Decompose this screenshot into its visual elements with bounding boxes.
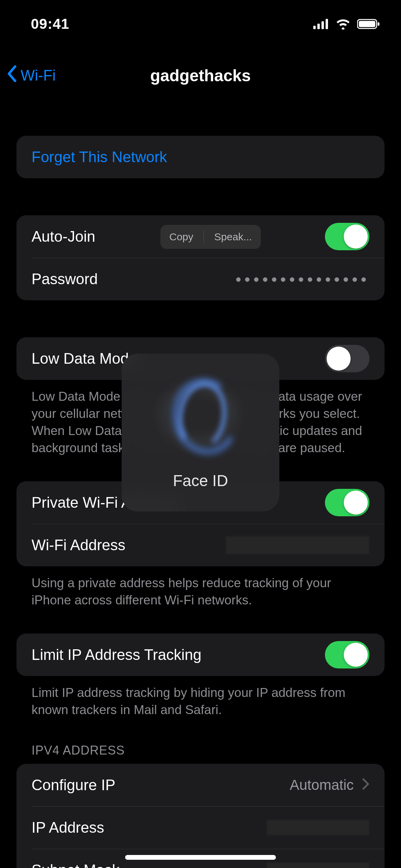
nav-bar: Wi-Fi gadgethacks bbox=[0, 55, 401, 96]
limit-ip-toggle[interactable] bbox=[325, 641, 369, 668]
home-indicator[interactable] bbox=[125, 855, 276, 860]
face-id-label: Face ID bbox=[173, 471, 228, 490]
private-wifi-footer: Using a private address helps reduce tra… bbox=[16, 566, 385, 609]
context-menu-copy[interactable]: Copy bbox=[169, 231, 193, 243]
status-icons bbox=[313, 19, 380, 29]
row-ip-address: IP Address bbox=[16, 806, 385, 849]
subnet-mask-label: Subnet Mask bbox=[32, 861, 267, 868]
context-menu: Copy Speak... bbox=[160, 225, 261, 249]
wifi-icon bbox=[335, 19, 351, 29]
low-data-toggle[interactable] bbox=[325, 345, 369, 372]
battery-icon bbox=[357, 19, 380, 29]
configure-ip-label: Configure IP bbox=[32, 776, 290, 794]
configure-ip-value: Automatic bbox=[290, 777, 354, 793]
svg-rect-6 bbox=[378, 22, 379, 26]
svg-rect-5 bbox=[359, 21, 375, 27]
ipv4-header: IPV4 ADDRESS bbox=[16, 743, 385, 764]
private-wifi-toggle[interactable] bbox=[325, 489, 369, 516]
forget-network-button[interactable]: Forget This Network bbox=[16, 136, 385, 178]
svg-rect-2 bbox=[321, 21, 324, 29]
auto-join-toggle[interactable] bbox=[325, 223, 369, 250]
divider bbox=[204, 230, 204, 244]
status-time: 09:41 bbox=[31, 16, 69, 32]
svg-rect-3 bbox=[326, 19, 328, 29]
row-limit-ip-tracking: Limit IP Address Tracking bbox=[16, 634, 385, 676]
chevron-right-icon bbox=[362, 776, 369, 794]
row-configure-ip[interactable]: Configure IP Automatic bbox=[16, 764, 385, 806]
group-join: Auto-Join Password ●●●●●●●●●●●●●●● Copy … bbox=[16, 215, 385, 300]
cellular-icon bbox=[313, 19, 329, 29]
group-forget: Forget This Network bbox=[16, 136, 385, 178]
row-password[interactable]: Password ●●●●●●●●●●●●●●● bbox=[16, 258, 385, 300]
ip-address-label: IP Address bbox=[32, 819, 267, 836]
ip-address-value-redacted bbox=[267, 820, 369, 835]
password-mask: ●●●●●●●●●●●●●●● bbox=[235, 273, 369, 285]
forget-network-label: Forget This Network bbox=[32, 148, 369, 166]
limit-ip-label: Limit IP Address Tracking bbox=[32, 646, 325, 663]
wifi-address-label: Wi-Fi Address bbox=[32, 537, 226, 554]
status-bar: 09:41 bbox=[0, 0, 401, 48]
context-menu-speak[interactable]: Speak... bbox=[214, 231, 252, 243]
subnet-mask-value-redacted bbox=[267, 863, 369, 868]
group-ipv4: Configure IP Automatic IP Address Subnet… bbox=[16, 764, 385, 868]
password-label: Password bbox=[32, 270, 235, 288]
page-title: gadgethacks bbox=[0, 66, 401, 85]
face-id-prompt: Face ID bbox=[122, 354, 279, 511]
wifi-address-value-redacted bbox=[226, 536, 369, 554]
row-wifi-address[interactable]: Wi-Fi Address bbox=[16, 524, 385, 566]
limit-ip-footer: Limit IP address tracking by hiding your… bbox=[16, 676, 385, 719]
svg-rect-1 bbox=[317, 24, 320, 29]
face-id-icon bbox=[159, 375, 242, 458]
group-limit-ip: Limit IP Address Tracking bbox=[16, 634, 385, 676]
svg-rect-0 bbox=[313, 26, 316, 29]
